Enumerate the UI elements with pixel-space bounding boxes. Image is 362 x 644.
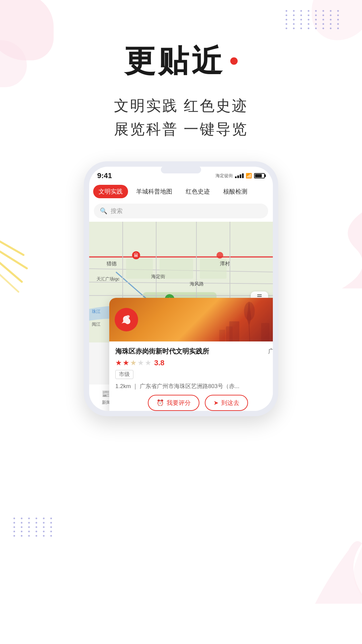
- search-icon: 🔍: [100, 207, 107, 215]
- card-tag: 市级: [115, 370, 133, 379]
- star-1: ★: [115, 359, 122, 367]
- svg-text:海定街: 海定街: [151, 274, 165, 279]
- svg-text:天汇广场igc: 天汇广场igc: [97, 276, 120, 281]
- card-city: 广州: [268, 347, 273, 355]
- rate-label: 我要评分: [167, 399, 191, 407]
- navigate-button[interactable]: ➤ 到这去: [205, 395, 248, 411]
- hero-title-text: 更贴近: [124, 40, 225, 82]
- hero-subtitle-line2: 展览科普 一键导览: [114, 117, 248, 141]
- star-3: ★: [130, 359, 137, 367]
- hero-title: 更贴近: [124, 40, 238, 82]
- card-distance: 1.2km: [115, 383, 131, 389]
- card-logo: [115, 308, 138, 331]
- main-container: 更贴近 文明实践 红色史迹 展览科普 一键导览 9:41 海定徒街: [0, 0, 362, 644]
- card-title: 海珠区赤岗街新时代文明实践所: [115, 347, 209, 356]
- tab-civilization[interactable]: 文明实践: [93, 185, 128, 198]
- svg-point-20: [217, 252, 223, 259]
- card-address: 广东省广州市海珠区艺洲路803号（赤...: [140, 383, 240, 389]
- location-card: 海珠区赤岗街新时代文明实践所 广州 ★ ★ ★ ★ ★ 3.8: [109, 298, 273, 411]
- navigate-icon: ➤: [214, 399, 219, 407]
- map-tabs: 文明实践 羊城科普地图 红色史迹 核酸检测: [89, 182, 273, 201]
- rating-number: 3.8: [154, 359, 165, 367]
- search-bar-container: 🔍 搜索: [89, 201, 273, 222]
- phone-mockup-container: 9:41 海定徒街 📶: [54, 161, 308, 416]
- status-time: 9:41: [97, 171, 112, 180]
- card-actions: ⏰ 我要评分 ➤ 到这去: [115, 395, 273, 411]
- tab-science[interactable]: 羊城科普地图: [131, 185, 178, 198]
- svg-rect-37: [219, 330, 225, 341]
- svg-text:猎德: 猎德: [107, 261, 117, 266]
- navigate-label: 到这去: [221, 399, 239, 407]
- status-icons: 海定徒街 📶: [216, 173, 265, 179]
- card-info: 1.2km ｜ 广东省广州市海珠区艺洲路803号（赤...: [115, 382, 273, 390]
- card-logo-icon: [119, 312, 134, 327]
- star-5: ★: [145, 359, 152, 367]
- signal-icon: [235, 173, 244, 178]
- svg-rect-35: [226, 326, 233, 341]
- card-title-row: 海珠区赤岗街新时代文明实践所 广州: [115, 347, 273, 356]
- city-skyline: [202, 298, 273, 341]
- svg-text:珠江: 珠江: [92, 309, 101, 314]
- wifi-icon: 📶: [246, 173, 252, 179]
- tab-nucleic[interactable]: 核酸检测: [218, 185, 253, 198]
- card-content: 海珠区赤岗街新时代文明实践所 广州 ★ ★ ★ ★ ★ 3.8: [109, 341, 273, 411]
- svg-rect-36: [261, 323, 269, 341]
- svg-text:阅江: 阅江: [92, 322, 101, 327]
- location-text: 海定徒街: [216, 173, 233, 179]
- tab-history[interactable]: 红色史迹: [180, 185, 215, 198]
- svg-text:海风路: 海风路: [190, 281, 204, 286]
- phone-outer: 9:41 海定徒街 📶: [84, 161, 278, 416]
- card-separator: ｜: [132, 383, 140, 389]
- phone-notch: [161, 166, 201, 173]
- card-image: [109, 298, 273, 341]
- star-2: ★: [123, 359, 129, 367]
- star-rating: ★ ★ ★ ★ ★: [115, 359, 152, 367]
- search-placeholder-text: 搜索: [111, 207, 123, 215]
- phone-inner: 9:41 海定徒街 📶: [89, 167, 273, 411]
- rate-icon: ⏰: [157, 399, 164, 407]
- hero-title-dot: [230, 57, 238, 65]
- svg-text:潭村: 潭村: [220, 261, 230, 266]
- svg-rect-15: [126, 259, 153, 279]
- card-tag-container: 市级: [115, 370, 273, 382]
- battery-icon: [254, 173, 265, 178]
- rate-button[interactable]: ⏰ 我要评分: [148, 395, 199, 411]
- card-rating: ★ ★ ★ ★ ★ 3.8: [115, 359, 273, 367]
- hero-subtitle: 文明实践 红色史迹 展览科普 一键导览: [114, 94, 248, 141]
- search-input[interactable]: 🔍 搜索: [94, 204, 268, 218]
- star-4: ★: [137, 359, 144, 367]
- hero-subtitle-line1: 文明实践 红色史迹: [114, 94, 248, 117]
- svg-text:🏛: 🏛: [134, 253, 138, 258]
- svg-point-33: [244, 302, 255, 321]
